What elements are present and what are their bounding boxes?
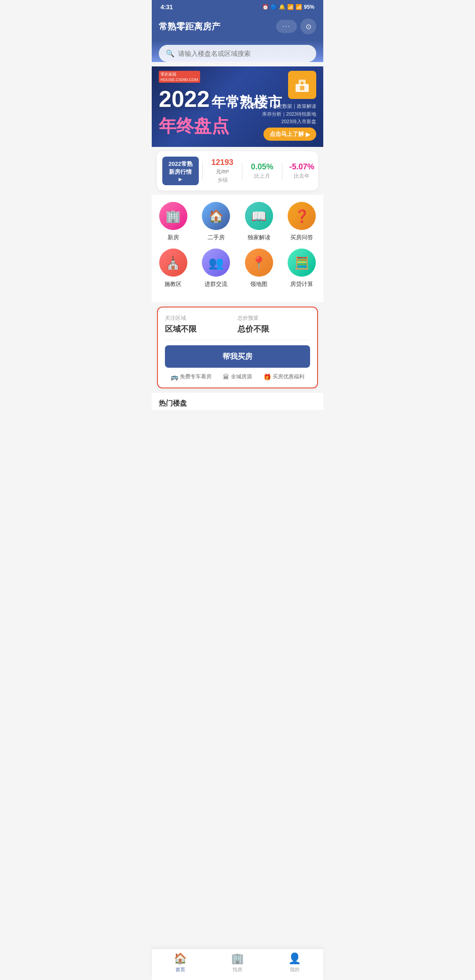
icon-qa-label: 买房问答	[290, 234, 313, 241]
stats-month-desc: 比上月	[246, 172, 278, 180]
feature-source-label: 全城房源	[231, 373, 252, 380]
svg-point-2	[301, 82, 303, 84]
buy-button[interactable]: 帮我买房	[165, 345, 310, 368]
stats-bar: 2022常熟新房行情 ▶ 12193 元/m² 乡镇 0.05% 比上月 -5.…	[157, 151, 318, 190]
icon-new-house-label: 新房	[168, 234, 179, 241]
feature-benefit-label: 买房优惠福利	[273, 373, 304, 380]
building-icon: 🏛	[223, 373, 229, 380]
icon-second-house[interactable]: 🏠 二手房	[198, 202, 234, 241]
icon-exclusive-circle: 📖	[245, 202, 273, 230]
arrow-icon: ▶	[306, 131, 310, 138]
alarm-icon: ⏰	[262, 4, 269, 10]
budget-value: 总价不限	[238, 324, 310, 334]
app-header: 常熟零距离房产 ··· ⊙	[152, 14, 323, 40]
stats-price-value: 12193 元/m²	[206, 158, 238, 176]
status-right: ⏰ 🔵 🔔 📶 📶 95%	[262, 4, 314, 10]
buy-card: 关注区域 区域不限 总价预算 总价不限 帮我买房 🚌 免费专车看房 🏛 全城房源…	[157, 307, 318, 388]
banner-cta-button[interactable]: 点击马上了解 ▶	[263, 128, 316, 141]
status-bar: 4:31 ⏰ 🔵 🔔 📶 📶 95%	[152, 0, 323, 14]
icon-loan[interactable]: 🧮 房贷计算	[284, 249, 319, 288]
banner-year: 2022	[159, 86, 210, 112]
icon-exclusive-label: 独家解读	[248, 234, 270, 241]
icon-second-house-label: 二手房	[208, 234, 225, 241]
icon-qa-circle: ❓	[288, 202, 316, 230]
bluetooth-icon: 🔵	[270, 4, 277, 10]
icon-new-house[interactable]: 🏢 新房	[156, 202, 191, 241]
status-time: 4:31	[161, 4, 173, 11]
buy-card-features: 🚌 免费专车看房 🏛 全城房源 🎁 买房优惠福利	[165, 373, 310, 380]
icon-second-house-circle: 🏠	[202, 202, 230, 230]
icon-school[interactable]: ⛪ 施教区	[156, 249, 191, 288]
stats-month-value: 0.05%	[246, 162, 278, 172]
feature-car: 🚌 免费专车看房	[171, 373, 212, 380]
feature-source: 🏛 全城房源	[223, 373, 252, 380]
bell-icon: 🔔	[279, 4, 285, 10]
buy-card-top: 关注区域 区域不限 总价预算 总价不限	[165, 314, 310, 334]
icon-map-label: 领地图	[250, 280, 267, 288]
hot-section-title: 热门楼盘	[159, 399, 316, 408]
buy-card-budget: 总价预算 总价不限	[238, 314, 310, 334]
icon-qa[interactable]: ❓ 买房问答	[284, 202, 319, 241]
hot-section-header: 热门楼盘	[152, 393, 323, 410]
stats-divider3	[282, 162, 282, 180]
camera-button[interactable]: ⊙	[300, 18, 316, 34]
stats-month: 0.05% 比上月	[246, 162, 278, 180]
wifi-icon: 📶	[287, 4, 294, 10]
feature-benefit: 🎁 买房优惠福利	[263, 373, 304, 380]
car-icon: 🚌	[171, 373, 178, 380]
svg-rect-3	[300, 86, 304, 90]
stats-divider1	[202, 162, 203, 180]
search-input[interactable]	[178, 50, 309, 57]
stats-label-arrow: ▶	[168, 177, 193, 182]
search-area: 🔍	[152, 40, 323, 62]
buy-card-divider	[165, 340, 310, 340]
icon-exclusive[interactable]: 📖 独家解读	[241, 202, 277, 241]
icon-school-circle: ⛪	[159, 249, 187, 277]
icon-loan-label: 房贷计算	[290, 280, 313, 288]
battery-text: 95%	[304, 4, 314, 10]
header-actions: ··· ⊙	[276, 18, 316, 34]
budget-hint: 总价预算	[238, 314, 310, 322]
stats-label-text: 2022常熟新房行情	[168, 160, 193, 176]
stats-label[interactable]: 2022常熟新房行情 ▶	[162, 157, 199, 185]
icons-row-2: ⛪ 施教区 👥 进群交流 📍 领地图 🧮 房贷计算	[152, 249, 323, 288]
stats-year: -5.07% 比去年	[286, 162, 318, 180]
area-hint: 关注区域	[165, 314, 238, 322]
icon-map[interactable]: 📍 领地图	[241, 249, 277, 288]
search-icon: 🔍	[166, 49, 175, 58]
banner: 零距家园HOUSE.CS090.COM 2022 年常熟楼市 年终盘点 城建盘点…	[152, 66, 323, 147]
icon-group-label: 进群交流	[205, 280, 227, 288]
banner-icon	[288, 71, 316, 99]
area-value: 区域不限	[165, 324, 238, 334]
banner-tags: 城建盘点｜成交数据｜政策解读库存分析｜2023待拍新地2023待入市新盘	[248, 102, 316, 126]
gift-icon: 🎁	[263, 373, 271, 380]
icon-group-circle: 👥	[202, 249, 230, 277]
stats-divider2	[242, 162, 242, 180]
icon-new-house-circle: 🏢	[159, 202, 187, 230]
buy-card-area: 关注区域 区域不限	[165, 314, 238, 334]
more-button[interactable]: ···	[276, 20, 297, 33]
feature-car-label: 免费专车看房	[180, 373, 212, 380]
icons-grid: 🏢 新房 🏠 二手房 📖 独家解读 ❓ 买房问答 ⛪ 施教区 👥	[152, 195, 323, 302]
banner-line2: 年终盘点	[159, 114, 229, 138]
stats-year-value: -5.07%	[286, 162, 318, 172]
stats-year-desc: 比去年	[286, 172, 318, 180]
banner-right: 城建盘点｜成交数据｜政策解读库存分析｜2023待拍新地2023待入市新盘	[248, 71, 316, 126]
icon-school-label: 施教区	[164, 280, 182, 288]
signal-icon: 📶	[296, 4, 302, 10]
app-title: 常熟零距离房产	[159, 21, 220, 33]
icon-map-circle: 📍	[245, 249, 273, 277]
icon-loan-circle: 🧮	[288, 249, 316, 277]
banner-logo: 零距家园HOUSE.CS090.COM	[159, 71, 200, 83]
stats-price: 12193 元/m² 乡镇	[206, 158, 238, 184]
search-bar[interactable]: 🔍	[159, 45, 316, 62]
icon-group[interactable]: 👥 进群交流	[198, 249, 234, 288]
icons-row-1: 🏢 新房 🏠 二手房 📖 独家解读 ❓ 买房问答	[152, 202, 323, 241]
stats-price-desc: 乡镇	[206, 176, 238, 184]
